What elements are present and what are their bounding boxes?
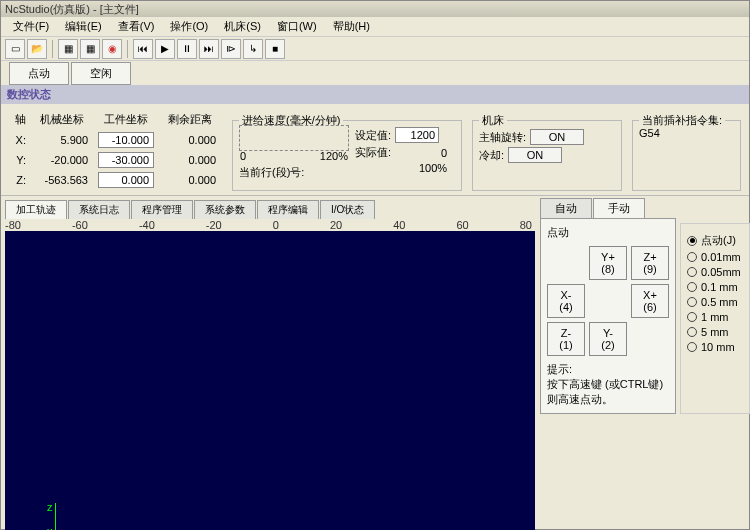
feed-group: 进给速度(毫米/分钟) 0120% 当前行(段)号: 设定值:1200 实际值:…: [232, 120, 462, 191]
tb-new-icon[interactable]: ▭: [5, 39, 25, 59]
tab-syslog[interactable]: 系统日志: [68, 200, 130, 219]
tb-stop-icon[interactable]: ■: [265, 39, 285, 59]
menu-view[interactable]: 查看(V): [110, 17, 163, 36]
tab-program-mgr[interactable]: 程序管理: [131, 200, 193, 219]
menu-bar: 文件(F) 编辑(E) 查看(V) 操作(O) 机床(S) 窗口(W) 帮助(H…: [1, 17, 749, 37]
feed-override-slider[interactable]: 0120%: [239, 125, 349, 151]
title-bar: NcStudio(仿真版) - [主文件]: [1, 1, 749, 17]
tb-step-icon[interactable]: ↳: [243, 39, 263, 59]
jog-z-minus-button[interactable]: Z-(1): [547, 322, 585, 356]
coord-table: 轴 机械坐标 工件坐标 剩余距离 X: 5.900 -10.000 0.000 …: [9, 108, 222, 191]
tb-separator: [127, 40, 128, 58]
coord-row-x: X: 5.900 -10.000 0.000: [11, 131, 220, 149]
menu-file[interactable]: 文件(F): [5, 17, 57, 36]
tb-skip-back-icon[interactable]: ⏮: [133, 39, 153, 59]
hdr-work: 工件坐标: [94, 110, 158, 129]
tb-play-icon[interactable]: ▶: [155, 39, 175, 59]
ruler-top: -80-60-40-20020406080: [1, 219, 536, 231]
work-y-input[interactable]: -30.000: [98, 152, 154, 168]
tb-separator: [52, 40, 53, 58]
mode-tab-jog[interactable]: 点动: [9, 62, 69, 85]
menu-window[interactable]: 窗口(W): [269, 17, 325, 36]
tb-grid1-icon[interactable]: ▦: [58, 39, 78, 59]
machine-group: 机床 主轴旋转:ON 冷却:ON: [472, 120, 622, 191]
jog-z-plus-button[interactable]: Z+(9): [631, 246, 669, 280]
status-panel: 轴 机械坐标 工件坐标 剩余距离 X: 5.900 -10.000 0.000 …: [1, 104, 749, 196]
hdr-axis: 轴: [11, 110, 30, 129]
radio-jog-continuous[interactable]: 点动(J): [687, 233, 743, 248]
plot-area: 加工轨迹 系统日志 程序管理 系统参数 程序编辑 I/O状态 -80-60-40…: [1, 196, 536, 530]
tb-color-icon[interactable]: ◉: [102, 39, 122, 59]
tb-skip-fwd-icon[interactable]: ⏭: [199, 39, 219, 59]
origin-marker: z y x: [55, 503, 85, 530]
work-z-input[interactable]: 0.000: [98, 172, 154, 188]
radio-step-1[interactable]: 1 mm: [687, 311, 743, 323]
tab-program-edit[interactable]: 程序编辑: [257, 200, 319, 219]
tb-grid2-icon[interactable]: ▦: [80, 39, 100, 59]
spindle-toggle-button[interactable]: ON: [530, 129, 584, 145]
right-column: 自动 手动 点动 Y+(8) Z+(9) X-(4) X+(6) Z-(1) Y…: [536, 196, 750, 530]
radio-step-05[interactable]: 0.5 mm: [687, 296, 743, 308]
tab-trajectory[interactable]: 加工轨迹: [5, 200, 67, 219]
jog-panel: 点动 Y+(8) Z+(9) X-(4) X+(6) Z-(1) Y-(2) 提…: [540, 218, 676, 414]
menu-edit[interactable]: 编辑(E): [57, 17, 110, 36]
sub-tabs: 加工轨迹 系统日志 程序管理 系统参数 程序编辑 I/O状态: [1, 196, 536, 219]
menu-operate[interactable]: 操作(O): [162, 17, 216, 36]
coord-row-z: Z: -563.563 0.000 0.000: [11, 171, 220, 189]
jog-y-plus-button[interactable]: Y+(8): [589, 246, 627, 280]
tab-sys-param[interactable]: 系统参数: [194, 200, 256, 219]
mode-bar: 点动 空闲: [1, 61, 749, 85]
tb-next-icon[interactable]: ⧐: [221, 39, 241, 59]
tab-io-state[interactable]: I/O状态: [320, 200, 375, 219]
radio-step-001[interactable]: 0.01mm: [687, 251, 743, 263]
radio-step-5[interactable]: 5 mm: [687, 326, 743, 338]
right-tabs: 自动 手动: [540, 198, 750, 219]
trajectory-canvas[interactable]: z y x: [5, 231, 535, 530]
nc-state-header: 数控状态: [1, 85, 749, 104]
tb-pause-icon[interactable]: ⏸: [177, 39, 197, 59]
step-size-panel: 点动(J) 0.01mm 0.05mm 0.1 mm 0.5 mm 1 mm 5…: [680, 223, 750, 414]
feed-set-input[interactable]: 1200: [395, 127, 439, 143]
main-split: 加工轨迹 系统日志 程序管理 系统参数 程序编辑 I/O状态 -80-60-40…: [1, 196, 749, 530]
radio-step-10[interactable]: 10 mm: [687, 341, 743, 353]
mode-tab-idle[interactable]: 空闲: [71, 62, 131, 85]
menu-machine[interactable]: 机床(S): [216, 17, 269, 36]
menu-help[interactable]: 帮助(H): [325, 17, 378, 36]
tab-auto[interactable]: 自动: [540, 198, 592, 219]
coolant-toggle-button[interactable]: ON: [508, 147, 562, 163]
work-x-input[interactable]: -10.000: [98, 132, 154, 148]
hdr-remain: 剩余距离: [160, 110, 220, 129]
jog-hint: 提示: 按下高速键 (或CTRL键)则高速点动。: [547, 362, 669, 407]
tab-manual[interactable]: 手动: [593, 198, 645, 219]
toolbar: ▭ 📂 ▦ ▦ ◉ ⏮ ▶ ⏸ ⏭ ⧐ ↳ ■: [1, 37, 749, 61]
jog-x-plus-button[interactable]: X+(6): [631, 284, 669, 318]
app-title: NcStudio(仿真版) - [主文件]: [5, 2, 139, 17]
app-window: NcStudio(仿真版) - [主文件] 文件(F) 编辑(E) 查看(V) …: [0, 0, 750, 530]
radio-step-005[interactable]: 0.05mm: [687, 266, 743, 278]
jog-y-minus-button[interactable]: Y-(2): [589, 322, 627, 356]
modal-value: G54: [639, 127, 734, 139]
coord-row-y: Y: -20.000 -30.000 0.000: [11, 151, 220, 169]
radio-step-01[interactable]: 0.1 mm: [687, 281, 743, 293]
modal-group: 当前插补指令集: G54: [632, 120, 741, 191]
hdr-mech: 机械坐标: [32, 110, 92, 129]
jog-x-minus-button[interactable]: X-(4): [547, 284, 585, 318]
tb-open-icon[interactable]: 📂: [27, 39, 47, 59]
